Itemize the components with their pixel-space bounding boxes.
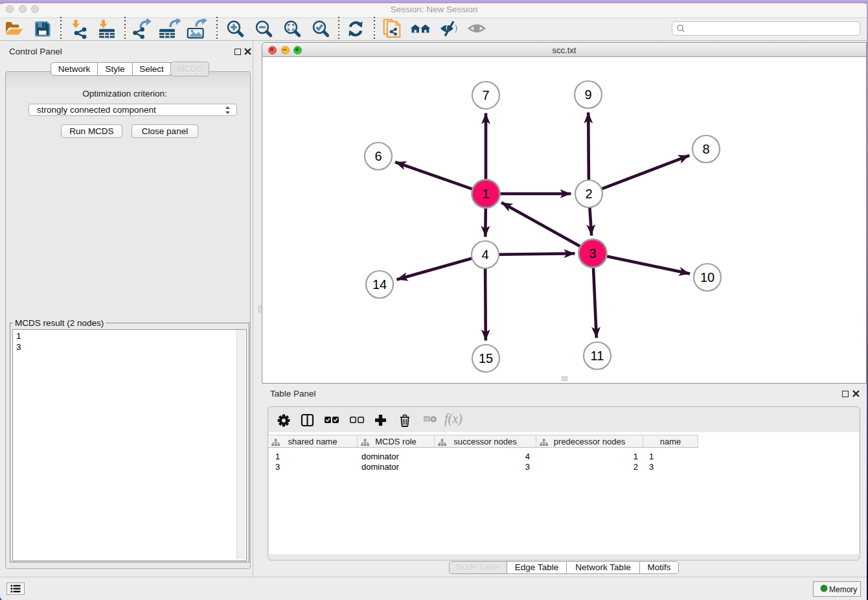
svg-text:10: 10 <box>700 270 714 284</box>
svg-text:2: 2 <box>585 187 592 201</box>
svg-text:1: 1 <box>482 187 489 201</box>
svg-text:15: 15 <box>479 351 493 365</box>
svg-text:3: 3 <box>589 246 596 260</box>
svg-text:6: 6 <box>374 149 382 163</box>
svg-text:11: 11 <box>591 349 604 363</box>
svg-text:9: 9 <box>584 87 591 102</box>
svg-text:4: 4 <box>481 248 488 262</box>
svg-text:7: 7 <box>482 88 489 102</box>
svg-text:14: 14 <box>372 277 387 292</box>
svg-text:8: 8 <box>702 142 709 156</box>
